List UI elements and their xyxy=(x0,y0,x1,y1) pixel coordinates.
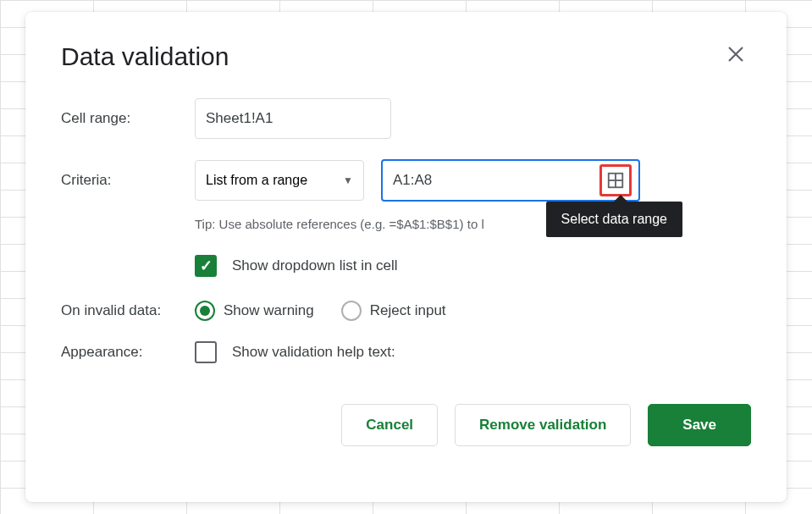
show-dropdown-row: ✓ Show dropdown list in cell xyxy=(195,255,751,277)
reject-input-radio[interactable] xyxy=(341,301,362,321)
appearance-row: Appearance: Show validation help text: xyxy=(61,341,751,363)
cell-range-input[interactable] xyxy=(206,110,385,127)
show-warning-radio[interactable] xyxy=(195,301,215,321)
chevron-down-icon: ▼ xyxy=(343,174,353,186)
on-invalid-row: On invalid data: Show warning Reject inp… xyxy=(61,301,751,321)
cancel-button[interactable]: Cancel xyxy=(341,404,438,446)
criteria-range-input-box[interactable] xyxy=(381,159,640,202)
cell-range-row: Cell range: xyxy=(61,98,751,139)
grid-icon xyxy=(606,171,625,190)
show-dropdown-checkbox[interactable]: ✓ xyxy=(195,255,217,277)
reject-input-option[interactable]: Reject input xyxy=(341,301,446,321)
criteria-row: Criteria: List from a range ▼ Select dat… xyxy=(61,159,751,202)
cell-range-label: Cell range: xyxy=(61,110,195,127)
save-button[interactable]: Save xyxy=(648,404,751,446)
on-invalid-label: On invalid data: xyxy=(61,302,195,319)
close-button[interactable] xyxy=(721,39,751,75)
criteria-range-wrap: Select data range xyxy=(381,159,640,202)
remove-validation-button[interactable]: Remove validation xyxy=(455,404,631,446)
reject-input-label: Reject input xyxy=(370,302,446,319)
appearance-checkbox-wrap: Show validation help text: xyxy=(195,341,395,363)
checkmark-icon: ✓ xyxy=(200,257,213,275)
dialog-title: Data validation xyxy=(61,42,229,71)
dialog-header: Data validation xyxy=(61,39,751,75)
select-range-tooltip: Select data range xyxy=(546,202,682,237)
select-range-button[interactable] xyxy=(599,164,632,196)
criteria-range-input[interactable] xyxy=(393,172,599,189)
help-text-label: Show validation help text: xyxy=(232,344,395,361)
cell-range-input-box[interactable] xyxy=(195,98,391,139)
dialog-buttons: Cancel Remove validation Save xyxy=(61,404,751,446)
close-icon xyxy=(727,46,744,63)
show-warning-option[interactable]: Show warning xyxy=(195,301,314,321)
on-invalid-radio-group: Show warning Reject input xyxy=(195,301,446,321)
criteria-dropdown[interactable]: List from a range ▼ xyxy=(195,160,364,201)
help-text-checkbox[interactable] xyxy=(195,341,217,363)
criteria-dropdown-value: List from a range xyxy=(206,173,307,188)
show-dropdown-label: Show dropdown list in cell xyxy=(232,257,398,274)
criteria-label: Criteria: xyxy=(61,172,195,189)
show-warning-label: Show warning xyxy=(224,302,314,319)
appearance-label: Appearance: xyxy=(61,344,195,361)
data-validation-dialog: Data validation Cell range: Criteria: Li… xyxy=(25,12,787,502)
